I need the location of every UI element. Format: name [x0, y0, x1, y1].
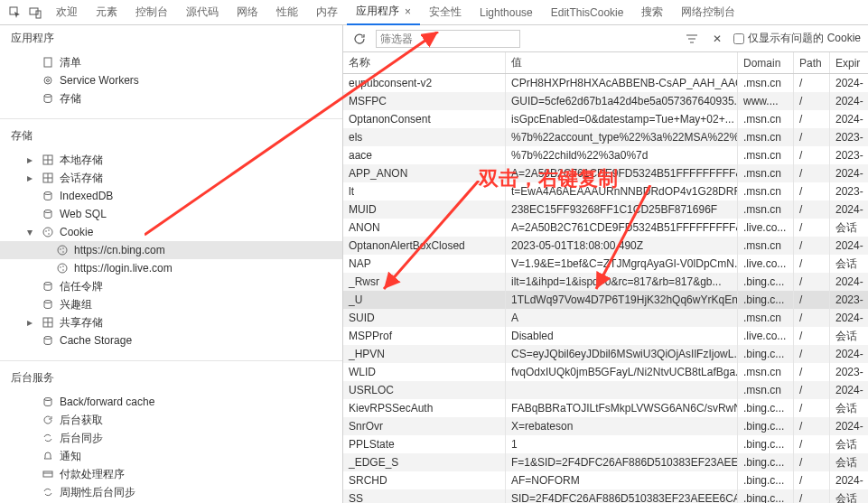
- table-row[interactable]: OptanonAlertBoxClosed2023-05-01T18:08:00…: [343, 237, 868, 255]
- tab-2[interactable]: 控制台: [126, 0, 177, 25]
- tab-1[interactable]: 元素: [87, 0, 126, 25]
- sidebar-item[interactable]: 清单: [0, 53, 342, 71]
- tab-9[interactable]: Lighthouse: [471, 0, 542, 25]
- table-row[interactable]: aace%7b%22child%22%3a0%7d.msn.cn/2023-: [343, 146, 868, 164]
- sidebar-item-label: 后台同步: [60, 431, 103, 446]
- inspect-icon[interactable]: [7, 5, 23, 21]
- cell-path: /: [794, 435, 830, 453]
- table-row[interactable]: _HPVNCS=eyJQbil6eyJDbil6MSwiU3QiOjAsIlFz…: [343, 345, 868, 363]
- table-row[interactable]: ANONA=2A50B2C761CDE9FD5324B51FFFFFFFFF&.…: [343, 219, 868, 237]
- col-value-header[interactable]: 值: [506, 52, 738, 73]
- table-row[interactable]: PPLState1.bing.c.../会话: [343, 435, 868, 453]
- cell-domain: .bing.c...: [738, 489, 794, 503]
- cell-exp: 会话: [830, 327, 868, 345]
- tab-5[interactable]: 性能: [267, 0, 307, 25]
- table-row[interactable]: OptanonConsentisGpcEnabled=0&datestamp=T…: [343, 110, 868, 128]
- tab-4[interactable]: 网络: [228, 0, 267, 25]
- table-row[interactable]: MSFPCGUID=5cfe62d67b1a42d4be5a0573676409…: [343, 92, 868, 110]
- svg-rect-34: [43, 471, 52, 477]
- svg-point-28: [44, 301, 51, 303]
- tab-label: 源代码: [186, 5, 219, 20]
- sidebar-item[interactable]: 付款处理程序: [0, 465, 342, 483]
- sidebar-item[interactable]: 后台同步: [0, 429, 342, 447]
- grid-icon: [42, 172, 54, 184]
- refresh-button[interactable]: [350, 30, 369, 48]
- svg-point-23: [58, 264, 67, 273]
- tab-label: 安全性: [429, 5, 462, 20]
- only-issues-input[interactable]: [733, 33, 744, 44]
- sidebar-item[interactable]: Back/forward cache: [0, 393, 342, 411]
- only-issues-checkbox[interactable]: 仅显示有问题的 Cookie: [733, 31, 861, 46]
- cell-name: USRLOC: [343, 381, 506, 399]
- table-row[interactable]: MSPProfDisabled.live.co.../会话: [343, 327, 868, 345]
- cell-exp: 2024-: [830, 200, 868, 219]
- cell-exp: 会话: [830, 219, 868, 237]
- sidebar-item[interactable]: 兴趣组: [0, 295, 342, 313]
- table-row[interactable]: USRLOC.msn.cn/2024-: [343, 381, 868, 399]
- tab-3[interactable]: 源代码: [177, 0, 228, 25]
- sidebar-item[interactable]: ▸会话存储: [0, 169, 342, 187]
- table-row[interactable]: SnrOvrX=rebateson.bing.c.../2024-: [343, 417, 868, 435]
- sidebar-item[interactable]: Service Workers: [0, 71, 342, 89]
- tab-7[interactable]: 应用程序×: [347, 0, 420, 25]
- tab-10[interactable]: EditThisCookie: [542, 0, 633, 25]
- sidebar-item[interactable]: IndexedDB: [0, 187, 342, 205]
- sidebar-item-label: Back/forward cache: [60, 396, 154, 408]
- tab-6[interactable]: 内存: [307, 0, 347, 25]
- svg-point-25: [62, 265, 64, 267]
- table-row[interactable]: ltt=EwA4A6AEAAAURnNNBDRdOP4v1G28DRF5Ao6y…: [343, 182, 868, 200]
- table-row[interactable]: KievRPSSecAuthFABqBBRaTOJILtFsMkpLVWSG6A…: [343, 399, 868, 417]
- sidebar-item[interactable]: https://cn.bing.com: [0, 241, 342, 259]
- sidebar-item[interactable]: 后台获取: [0, 411, 342, 429]
- cell-name: SRCHD: [343, 471, 506, 489]
- table-row[interactable]: WLIDfvqOdxIUQk0jmB5GFayL/Ni2NtvUCB8tLafB…: [343, 363, 868, 381]
- sidebar-item-label: 会话存储: [60, 171, 103, 186]
- cell-path: /: [794, 453, 830, 471]
- col-path-header[interactable]: Path: [794, 52, 830, 73]
- sidebar-item[interactable]: 通知: [0, 447, 342, 465]
- col-expires-header[interactable]: Expir: [830, 52, 868, 73]
- table-row[interactable]: SRCHDAF=NOFORM.bing.c.../2024-: [343, 471, 868, 489]
- table-row[interactable]: els%7b%22account_type%22%3a%22MSA%22%...…: [343, 128, 868, 146]
- sidebar-item[interactable]: Cache Storage: [0, 331, 342, 349]
- table-row[interactable]: NAPV=1.9&E=1bef&C=ZTJMgrqAyaGI-V0lDpCmN.…: [343, 255, 868, 273]
- sidebar-item[interactable]: ▸本地存储: [0, 151, 342, 169]
- col-domain-header[interactable]: Domain: [738, 52, 794, 73]
- table-row[interactable]: SSSID=2F4DFC26AF886D510383EF23AEEE6CA...…: [343, 489, 868, 503]
- device-icon[interactable]: [27, 5, 43, 21]
- refresh-icon: [42, 414, 54, 426]
- clear-button[interactable]: ✕: [708, 30, 726, 48]
- table-row[interactable]: MUID238EC15FF93268FF1C1CD25BF871696F.msn…: [343, 200, 868, 219]
- filter-input[interactable]: [376, 30, 520, 48]
- close-icon[interactable]: ×: [405, 5, 411, 18]
- table-row[interactable]: _U1TLdWq97Vow4D7P6T19HjK32hQq6wYrKqEn...…: [343, 291, 868, 309]
- tab-label: EditThisCookie: [551, 6, 624, 19]
- sidebar-item[interactable]: 周期性后台同步: [0, 483, 342, 501]
- table-row[interactable]: eupubconsent-v2CPrH8HXPrH8HXAcABBENB-CsA…: [343, 74, 868, 92]
- table-row[interactable]: APP_ANONA=2A50B2C761CDE9FD5324B51FFFFFFF…: [343, 164, 868, 182]
- sidebar-item-label: 清单: [60, 55, 81, 70]
- tab-label: 内存: [316, 5, 338, 20]
- col-name-header[interactable]: 名称: [343, 52, 506, 73]
- cell-value: %7b%22account_type%22%3a%22MSA%22%...: [506, 128, 738, 146]
- sidebar-item[interactable]: https://login.live.com: [0, 259, 342, 277]
- sidebar-item[interactable]: ▾Cookie: [0, 223, 342, 241]
- sidebar-item[interactable]: 存储: [0, 89, 342, 107]
- cell-domain: .bing.c...: [738, 417, 794, 435]
- db-icon: [42, 298, 54, 311]
- sidebar-item[interactable]: Web SQL: [0, 205, 342, 223]
- cell-path: /: [794, 327, 830, 345]
- table-row[interactable]: SUIDA.msn.cn/2024-: [343, 309, 868, 327]
- filter-options-icon[interactable]: [683, 30, 701, 48]
- cell-name: lt: [343, 182, 506, 200]
- sidebar-item[interactable]: ▸共享存储: [0, 313, 342, 331]
- sidebar-group-title: 存储: [0, 123, 342, 149]
- tab-8[interactable]: 安全性: [420, 0, 471, 25]
- table-row[interactable]: _Rwsrilt=1&ihpd=1&ispd=0&rc=817&rb=817&g…: [343, 273, 868, 291]
- table-row[interactable]: _EDGE_SF=1&SID=2F4DFC26AF886D510383EF23A…: [343, 453, 868, 471]
- tab-11[interactable]: 搜索: [632, 0, 672, 25]
- cell-domain: .msn.cn: [738, 309, 794, 327]
- sidebar-item[interactable]: 信任令牌: [0, 277, 342, 295]
- tab-12[interactable]: 网络控制台: [672, 0, 744, 25]
- tab-0[interactable]: 欢迎: [47, 0, 87, 25]
